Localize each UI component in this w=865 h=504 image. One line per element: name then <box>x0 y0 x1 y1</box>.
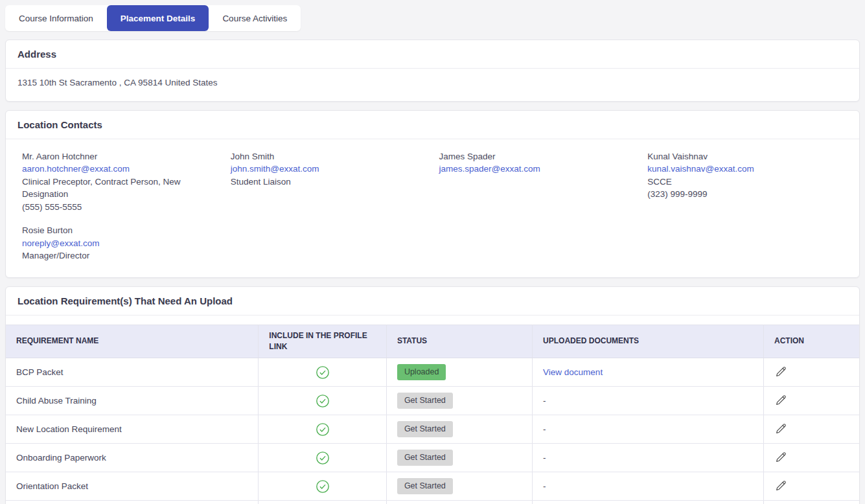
location-contacts-card: Location Contacts Mr. Aaron Hotchner aar… <box>5 110 860 278</box>
table-header-row: REQUIREMENT NAMEINCLUDE IN THE PROFILE L… <box>6 325 859 358</box>
no-document-dash: - <box>543 481 546 491</box>
contact-name: John Smith <box>231 150 426 163</box>
contact-card: Rosie Burton noreply@exxat.com Manager/D… <box>22 224 218 262</box>
status-badge: Get Started <box>397 393 453 409</box>
edit-action-button[interactable] <box>774 479 788 492</box>
table-row: Onboarding Paperwork Get Started - <box>6 444 859 472</box>
status-badge: Get Started <box>397 478 453 494</box>
status-cell: Get Started <box>386 387 532 415</box>
check-circle-icon <box>316 365 330 380</box>
requirement-name-cell: Onboarding Paperwork <box>6 444 259 472</box>
pencil-icon <box>774 479 788 492</box>
status-cell: Get Started <box>386 444 532 472</box>
tab-label: Placement Details <box>121 14 196 23</box>
status-badge: Uploaded <box>397 364 446 380</box>
action-cell <box>763 501 859 504</box>
check-circle-icon <box>316 451 330 465</box>
contact-role: Student Liaison <box>231 176 426 188</box>
table-column-header: UPLOADED DOCUMENTS <box>533 325 764 358</box>
table-column-header: STATUS <box>386 325 532 358</box>
action-cell <box>763 387 859 415</box>
action-cell <box>763 472 859 501</box>
contact-email-link[interactable]: noreply@exxat.com <box>22 237 100 249</box>
include-in-profile-cell <box>259 358 387 387</box>
requirement-name-cell: Child Abuse Training <box>6 387 259 415</box>
table-row: Orientation Packet Get Started - <box>6 472 859 501</box>
requirement-name-cell: BCP Packet <box>6 358 259 387</box>
edit-action-button[interactable] <box>774 365 788 378</box>
uploaded-documents-cell: - <box>533 472 764 501</box>
uploaded-documents-cell: - <box>533 501 764 504</box>
contact-name: Rosie Burton <box>22 224 218 236</box>
status-badge: Get Started <box>397 421 453 437</box>
include-in-profile-cell <box>259 415 387 444</box>
contact-role: Manager/Director <box>22 249 218 262</box>
edit-action-button[interactable] <box>774 422 788 435</box>
table-body: BCP Packet Uploaded View document Child … <box>6 358 859 504</box>
requirements-card: Location Requirement(s) That Need An Upl… <box>5 286 860 504</box>
pencil-icon <box>774 393 788 407</box>
contact-card: Mr. Aaron Hotchner aaron.hotchner@exxat.… <box>22 150 218 213</box>
edit-action-button[interactable] <box>774 393 788 407</box>
table-row: New Site Requirement Get Started - <box>6 501 859 504</box>
requirement-name-cell: New Location Requirement <box>6 415 259 444</box>
contact-card: John Smith john.smith@exxat.com Student … <box>231 150 426 213</box>
status-cell: Get Started <box>386 415 532 444</box>
action-cell <box>763 444 859 472</box>
contact-email-link[interactable]: james.spader@exxat.com <box>439 163 540 175</box>
table-row: Child Abuse Training Get Started - <box>6 387 859 415</box>
requirements-table: REQUIREMENT NAMEINCLUDE IN THE PROFILE L… <box>6 325 859 504</box>
table-row: BCP Packet Uploaded View document <box>6 358 859 387</box>
uploaded-documents-cell: - <box>533 444 764 472</box>
pencil-icon <box>774 450 788 464</box>
contact-email-link[interactable]: kunal.vaishnav@exxat.com <box>647 163 754 175</box>
check-circle-icon <box>316 394 330 408</box>
include-in-profile-cell <box>259 472 387 501</box>
contact-role: Clinical Preceptor, Contract Person, New… <box>22 176 218 201</box>
contact-role: SCCE <box>647 176 843 188</box>
table-column-header: INCLUDE IN THE PROFILE LINK <box>259 325 387 358</box>
pencil-icon <box>774 422 788 435</box>
contact-name: Kunal Vaishnav <box>647 150 843 163</box>
action-cell <box>763 358 859 387</box>
include-in-profile-cell <box>259 501 387 504</box>
requirements-title: Location Requirement(s) That Need An Upl… <box>6 287 859 315</box>
tab-label: Course Activities <box>222 14 287 23</box>
tab-placement-details[interactable]: Placement Details <box>107 5 209 31</box>
requirement-name-cell: Orientation Packet <box>6 472 259 501</box>
tab-bar: Course InformationPlacement DetailsCours… <box>5 5 301 31</box>
contact-name: Mr. Aaron Hotchner <box>22 150 218 163</box>
uploaded-documents-cell: - <box>533 387 764 415</box>
contacts-grid: Mr. Aaron Hotchner aaron.hotchner@exxat.… <box>6 139 859 277</box>
uploaded-documents-cell: - <box>533 415 764 444</box>
contact-email-link[interactable]: john.smith@exxat.com <box>231 163 319 175</box>
status-cell: Get Started <box>386 501 532 504</box>
tab-course-information[interactable]: Course Information <box>5 5 107 31</box>
contact-name: James Spader <box>439 150 635 163</box>
no-document-dash: - <box>543 453 546 463</box>
contact-email-link[interactable]: aaron.hotchner@exxat.com <box>22 163 130 175</box>
table-row: New Location Requirement Get Started - <box>6 415 859 444</box>
include-in-profile-cell <box>259 387 387 415</box>
table-column-header: REQUIREMENT NAME <box>6 325 259 358</box>
include-in-profile-cell <box>259 444 387 472</box>
address-card: Address 1315 10th St Sacramento , CA 958… <box>5 40 860 102</box>
contact-phone: (555) 555-5555 <box>22 201 218 213</box>
status-badge: Get Started <box>397 450 453 466</box>
edit-action-button[interactable] <box>774 450 788 464</box>
pencil-icon <box>774 365 788 378</box>
status-cell: Get Started <box>386 472 532 501</box>
status-cell: Uploaded <box>386 358 532 387</box>
contact-card: Kunal Vaishnav kunal.vaishnav@exxat.com … <box>647 150 843 213</box>
check-circle-icon <box>316 422 330 437</box>
uploaded-documents-cell: View document <box>533 358 764 387</box>
tab-course-activities[interactable]: Course Activities <box>209 5 301 31</box>
view-document-link[interactable]: View document <box>543 367 603 377</box>
table-column-header: ACTION <box>763 325 859 358</box>
no-document-dash: - <box>543 424 546 434</box>
contact-card: James Spader james.spader@exxat.com <box>439 150 635 213</box>
location-contacts-title: Location Contacts <box>6 111 859 139</box>
no-document-dash: - <box>543 396 546 406</box>
address-title: Address <box>6 40 859 69</box>
page: Course InformationPlacement DetailsCours… <box>0 0 865 504</box>
